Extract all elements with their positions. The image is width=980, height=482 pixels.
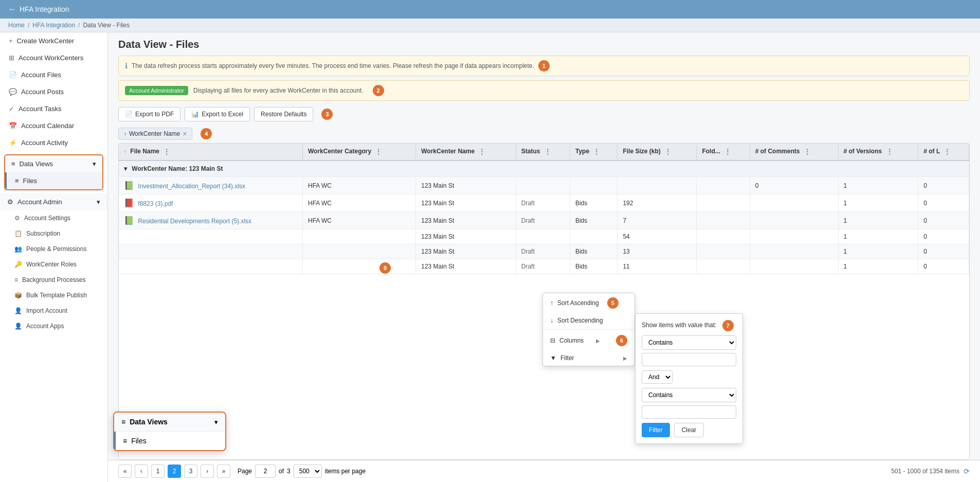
menu-divider-1 xyxy=(543,329,634,330)
sidebar-item-create-workcenter[interactable]: + Create WorkCenter xyxy=(0,32,107,49)
page-btn-2[interactable]: 2 xyxy=(168,465,181,478)
sidebar-item-account-calendar[interactable]: 📅 Account Calendar xyxy=(0,117,107,134)
sort-descending-item[interactable]: ↓ Sort Descending xyxy=(543,313,634,328)
sidebar-item-bulk-template[interactable]: 📦 Bulk Template Publish xyxy=(0,288,107,303)
col-type-label: Type xyxy=(575,148,589,155)
settings-icon: ⚙ xyxy=(14,215,20,222)
filter-operator[interactable]: And Or xyxy=(642,370,673,384)
col-file-name-menu[interactable]: ⋮ xyxy=(163,148,170,156)
col-likes-menu[interactable]: ⋮ xyxy=(943,148,951,156)
filter-item[interactable]: ▼ Filter ▶ xyxy=(543,350,634,366)
excel-icon: 📊 xyxy=(191,111,199,118)
page-last-btn[interactable]: » xyxy=(217,465,230,478)
sort-ascending-item[interactable]: ↑ Sort Ascending 5 xyxy=(543,293,634,313)
active-filter-tag[interactable]: ↑ WorkCenter Name × xyxy=(118,128,192,140)
toolbar: 📄 Export to PDF 📊 Export to Excel Restor… xyxy=(108,103,980,126)
cell-versions-2: 1 xyxy=(838,194,918,212)
col-comments-label: # of Comments xyxy=(755,148,800,155)
sidebar-item-people-permissions[interactable]: 👥 People & Permissions xyxy=(0,241,107,257)
columns-submenu-arrow: ▶ xyxy=(596,338,600,344)
page-first-btn[interactable]: « xyxy=(118,465,132,478)
filter-condition-2[interactable]: Contains Equals Starts with xyxy=(642,388,736,402)
dv-popup-header[interactable]: ≡ Data Views ▾ xyxy=(114,413,225,432)
step-badge-4: 4 xyxy=(201,128,212,139)
filter-condition-1[interactable]: Contains Equals Starts with xyxy=(642,335,736,350)
file-link-1[interactable]: Investment_Allocation_Report (34).xlsx xyxy=(138,183,245,190)
cell-likes-5: 0 xyxy=(918,244,969,259)
col-status-label: Status xyxy=(521,148,540,155)
sidebar-item-workcenter-roles[interactable]: 🔑 WorkCenter Roles xyxy=(0,257,107,272)
col-versions-menu[interactable]: ⋮ xyxy=(886,148,893,156)
remove-filter-icon[interactable]: × xyxy=(183,130,187,137)
cell-type-5: Bids xyxy=(570,244,617,259)
cell-comments-3 xyxy=(750,212,838,229)
sidebar-item-account-apps[interactable]: 👤 Account Apps xyxy=(0,318,107,334)
sidebar-item-import-account[interactable]: 👤 Import Account xyxy=(0,303,107,318)
dv-popup-files-item[interactable]: ≡ Files xyxy=(114,432,225,450)
cell-likes-2: 0 xyxy=(918,194,969,212)
cell-type-6: Bids xyxy=(570,259,617,274)
export-excel-button[interactable]: 📊 Export to Excel xyxy=(185,107,250,121)
sidebar-item-account-tasks[interactable]: ✓ Account Tasks xyxy=(0,100,107,117)
sidebar-item-subscription[interactable]: 📋 Subscription xyxy=(0,226,107,241)
filter-value-1[interactable] xyxy=(642,353,736,366)
restore-defaults-button[interactable]: Restore Defaults xyxy=(254,107,313,121)
filter-apply-button[interactable]: Filter xyxy=(642,423,670,437)
role-banner: Account Administrator Displaying all fil… xyxy=(118,80,970,101)
col-status-menu[interactable]: ⋮ xyxy=(544,148,551,156)
sidebar-item-background-processes[interactable]: ≡ Background Processes xyxy=(0,272,107,288)
file-link-3[interactable]: Residential Developments Report (5).xlsx xyxy=(138,218,251,225)
col-type-menu[interactable]: ⋮ xyxy=(593,148,600,156)
cell-file-name-6 xyxy=(119,259,303,274)
files-label: Files xyxy=(23,177,37,185)
col-comments-menu[interactable]: ⋮ xyxy=(804,148,811,156)
cell-wc-cat-5 xyxy=(303,244,416,259)
plus-icon: + xyxy=(9,37,13,45)
group-row: ▾ WorkCenter Name: 123 Main St xyxy=(119,160,969,177)
page-prev-btn[interactable]: ‹ xyxy=(135,465,148,478)
export-pdf-button[interactable]: 📄 Export to PDF xyxy=(118,107,180,121)
filter-clear-button[interactable]: Clear xyxy=(674,423,704,437)
filter-value-2[interactable] xyxy=(642,405,736,419)
page-number-input[interactable] xyxy=(255,465,276,478)
data-views-section-header[interactable]: ≡ Data Views ▾ xyxy=(5,155,102,172)
chat-icon: 💬 xyxy=(9,88,17,96)
sidebar-item-account-files[interactable]: 📄 Account Files xyxy=(0,66,107,83)
sidebar-item-account-posts[interactable]: 💬 Account Posts xyxy=(0,83,107,100)
people-icon: 👥 xyxy=(14,245,22,253)
sidebar-item-account-settings[interactable]: ⚙ Account Settings xyxy=(0,210,107,226)
cell-status-6: Draft xyxy=(516,259,570,274)
columns-item[interactable]: ⊟ Columns ▶ 6 xyxy=(543,331,634,350)
check-icon: ✓ xyxy=(9,105,14,113)
back-arrow-icon[interactable]: ← xyxy=(8,5,16,14)
restore-label: Restore Defaults xyxy=(261,111,306,118)
col-wc-cat-menu[interactable]: ⋮ xyxy=(375,148,382,156)
page-btn-3[interactable]: 3 xyxy=(184,465,197,478)
table-wrapper: ↑ File Name ⋮ WorkCenter Category ⋮ Work… xyxy=(118,143,970,460)
filter-label: Filter xyxy=(560,354,574,362)
sidebar-item-account-activity[interactable]: ⚡ Account Activity xyxy=(0,134,107,151)
per-page-select[interactable]: 500 100 250 xyxy=(294,465,322,478)
filter-panel: Show items with value that: 7 Contains E… xyxy=(635,313,743,444)
sidebar-label-account-posts: Account Posts xyxy=(21,88,64,96)
breadcrumb-home[interactable]: Home xyxy=(8,22,25,29)
pdf-icon: 📄 xyxy=(125,111,133,118)
col-folder-menu[interactable]: ⋮ xyxy=(724,148,731,156)
alert-text: The data refresh process starts approxim… xyxy=(132,62,534,69)
cell-status-2: Draft xyxy=(516,194,570,212)
sidebar-item-account-workcenters[interactable]: ⊞ Account WorkCenters xyxy=(0,49,107,66)
account-admin-group[interactable]: ⚙ Account Admin ▾ xyxy=(0,193,107,210)
breadcrumb-hfa[interactable]: HFA Integration xyxy=(32,22,75,29)
group-row-label: ▾ WorkCenter Name: 123 Main St xyxy=(119,160,969,177)
col-wc-name-label: WorkCenter Name xyxy=(421,148,475,155)
sort-desc-label: Sort Descending xyxy=(557,317,603,324)
sort-desc-icon: ↓ xyxy=(550,317,553,324)
col-wc-name-menu[interactable]: ⋮ xyxy=(478,148,485,156)
col-size-menu[interactable]: ⋮ xyxy=(664,148,672,156)
refresh-icon[interactable]: ⟳ xyxy=(964,467,970,475)
sidebar-item-files[interactable]: ≡ Files xyxy=(5,172,102,189)
data-table: ↑ File Name ⋮ WorkCenter Category ⋮ Work… xyxy=(119,144,969,274)
file-link-2[interactable]: f8823 (3).pdf xyxy=(138,200,173,207)
page-next-btn[interactable]: › xyxy=(201,465,214,478)
page-btn-1[interactable]: 1 xyxy=(151,465,165,478)
